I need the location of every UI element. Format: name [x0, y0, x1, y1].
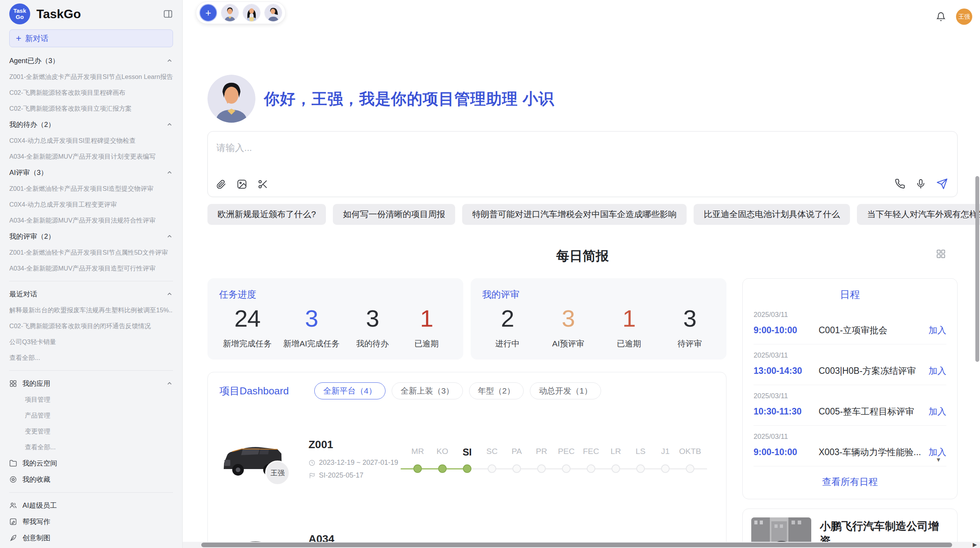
stat: 3 待评审 — [668, 305, 711, 349]
composer-right-tools — [894, 178, 948, 190]
suggestion-chip[interactable]: 比亚迪全固态电池计划具体说了什么 — [694, 204, 850, 225]
sidebar-item[interactable]: 解释最新出台的欧盟报废车法规再生塑料比例被调至15%... — [9, 302, 173, 318]
sidebar-item[interactable]: Z001-全新燃油皮卡产品开发项目SI节点Lesson Learn报告 — [9, 69, 173, 85]
layout-grid-icon[interactable] — [936, 249, 946, 259]
join-button[interactable]: 加入 — [929, 406, 946, 418]
sidebar-item[interactable]: A034-全新新能源MUV产品开发项目法规符合性评审 — [9, 212, 173, 228]
project-owner-badge: 王强 — [265, 461, 290, 485]
scissors-icon[interactable] — [257, 179, 268, 190]
sidebar-section-header[interactable]: 我的评审（2） — [9, 228, 173, 245]
recent-view-all[interactable]: 查看全部... — [9, 350, 173, 366]
dashboard-tab[interactable]: 年型（2） — [469, 382, 524, 399]
milestone-dot[interactable] — [537, 464, 546, 473]
milestone-dot[interactable] — [512, 464, 521, 473]
sidebar-item-help-me-write[interactable]: 帮我写作 — [9, 514, 173, 530]
message-input[interactable] — [216, 142, 666, 153]
chevron-up-icon[interactable] — [166, 169, 173, 176]
chevron-up-icon[interactable] — [166, 291, 173, 298]
notification-bell-icon[interactable] — [936, 12, 946, 22]
suggestion-chip[interactable]: 特朗普可能对进口汽车增税会对中国车企造成哪些影响 — [462, 204, 687, 225]
dashboard-tab[interactable]: 动总开发（1） — [530, 382, 601, 399]
sidebar-item[interactable]: A034-全新新能源MUV产品开发项目计划变更表编写 — [9, 149, 173, 164]
view-all-schedule-link[interactable]: 查看所有日程 — [754, 466, 946, 492]
milestone-dot[interactable] — [463, 464, 471, 473]
sidebar-item[interactable]: Z001-全新燃油轻卡产品开发项目SI节点属性5D文件评审 — [9, 245, 173, 260]
event-date: 2025/03/11 — [754, 311, 946, 319]
scroll-right-arrow[interactable]: ▶ — [973, 541, 977, 548]
dashboard-tab[interactable]: 全新平台（4） — [314, 382, 385, 399]
chevron-up-icon[interactable] — [166, 233, 173, 240]
sidebar-item[interactable]: C02-飞腾新能源轻客改款项目立项汇报方案 — [9, 101, 173, 116]
sidebar-item[interactable]: C02-飞腾新能源轻客改款项目的闭环通告反馈情况 — [9, 318, 173, 334]
milestone-dot[interactable] — [587, 464, 595, 473]
avatar-man[interactable] — [221, 4, 239, 22]
sidebar-item[interactable]: C0X4-动力总成开发项目工程变更评审 — [9, 197, 173, 212]
chevron-up-icon[interactable] — [166, 121, 173, 128]
sidebar-item[interactable]: C02-飞腾新能源轻客改款项目里程碑画布 — [9, 85, 173, 101]
user-avatar[interactable]: 王强 — [956, 9, 972, 25]
milestone-dot[interactable] — [686, 464, 694, 473]
milestone-dot[interactable] — [562, 464, 571, 473]
project-row[interactable]: 王强 Z001 2023-12-19 ~ 2027-01-19 SI-2025-… — [219, 424, 714, 494]
join-button[interactable]: 加入 — [929, 324, 946, 336]
sidebar-item[interactable]: 产品管理 — [9, 408, 173, 423]
stat: 3 AI预评审 — [547, 305, 589, 349]
collapse-sidebar-icon[interactable] — [163, 9, 173, 19]
message-composer — [207, 131, 958, 197]
sidebar-item-favorites[interactable]: 我的收藏 — [9, 471, 173, 488]
sidebar-item[interactable]: Z001-全新燃油轻卡产品开发项目SI造型提交物评审 — [9, 181, 173, 197]
sidebar-section-header[interactable]: AI评审（3） — [9, 164, 173, 181]
event-time: 13:00-14:30 — [754, 366, 815, 376]
send-icon[interactable] — [936, 178, 948, 190]
add-member-button[interactable]: + — [199, 4, 217, 22]
recent-chats-header[interactable]: 最近对话 — [9, 286, 173, 302]
image-icon[interactable] — [236, 179, 247, 190]
scroll-down-icon[interactable]: ▼ — [935, 456, 941, 463]
sidebar-item[interactable]: 变更管理 — [9, 423, 173, 439]
sidebar-item[interactable]: A034-全新新能源MUV产品开发项目造型可行性评审 — [9, 260, 173, 276]
vertical-scrollbar[interactable] — [975, 176, 979, 362]
stat: 3 我的待办 — [351, 305, 394, 349]
chevron-up-icon[interactable] — [166, 380, 173, 387]
schedule-event: 2025/03/11 13:00-14:30 C003|H0B-方案冻结评审 加… — [754, 344, 946, 385]
sidebar-item[interactable]: 项目管理 — [9, 392, 173, 408]
microphone-icon[interactable] — [915, 178, 926, 189]
stat-value: 1 — [405, 305, 448, 332]
new-chat-button[interactable]: + 新对话 — [9, 29, 173, 47]
sidebar-item[interactable]: 公司Q3轻卡销量 — [9, 334, 173, 350]
project-dashboard-card: 项目Dashboard 全新平台（4）全新上装（3）年型（2）动总开发（1） 王… — [207, 372, 726, 548]
milestone-dot[interactable] — [413, 464, 422, 473]
join-button[interactable]: 加入 — [929, 365, 946, 377]
suggestion-chip[interactable]: 当下年轻人对汽车外观有怎样的喜好趋势 — [857, 204, 980, 225]
milestone-dot[interactable] — [636, 464, 645, 473]
suggestion-chip[interactable]: 欧洲新规最近颁布了什么? — [207, 204, 326, 225]
phone-call-icon[interactable] — [894, 178, 905, 189]
my-apps-header[interactable]: 我的应用 — [9, 375, 173, 392]
sidebar-section-header[interactable]: 我的待办（2） — [9, 116, 173, 133]
horizontal-scrollbar-thumb[interactable] — [201, 543, 952, 547]
sidebar-item[interactable]: C0X4-动力总成开发项目SI里程碑提交物检查 — [9, 133, 173, 149]
attachment-icon[interactable] — [216, 179, 226, 190]
dashboard-tab[interactable]: 全新上装（3） — [392, 382, 463, 399]
sidebar-section-header[interactable]: Agent已办（3） — [9, 53, 173, 69]
stat-value: 3 — [351, 305, 394, 332]
main-area: + 王强 你好，王强，我是你的项目管理助理 小识 — [183, 0, 980, 548]
milestone-dot[interactable] — [612, 464, 620, 473]
stat-label: 已逾期 — [608, 338, 650, 349]
chevron-up-icon[interactable] — [166, 57, 173, 64]
stat-label: 新增AI完成任务 — [283, 338, 340, 349]
milestone-dot[interactable] — [438, 464, 447, 473]
sidebar-item-cloud-space[interactable]: 我的云空间 — [9, 455, 173, 471]
avatar-woman-1[interactable] — [243, 4, 260, 22]
quill-pen-icon — [9, 534, 17, 542]
project-flag-label: SI-2025-05-17 — [319, 471, 363, 480]
milestone-dot[interactable] — [488, 464, 496, 473]
sidebar-item-ai-super-staff[interactable]: AI超级员工 — [9, 497, 173, 514]
project-code: Z001 — [308, 438, 405, 451]
milestone-dot[interactable] — [661, 464, 670, 473]
sidebar-section-items: Z001-全新燃油轻卡产品开发项目SI造型提交物评审C0X4-动力总成开发项目工… — [9, 181, 173, 228]
avatar-woman-2[interactable] — [264, 4, 282, 22]
suggestion-chip[interactable]: 如何写一份清晰的项目周报 — [333, 204, 455, 225]
sidebar-item-creative-drawing[interactable]: 创意制图 — [9, 530, 173, 546]
apps-view-all[interactable]: 查看全部... — [9, 439, 173, 455]
